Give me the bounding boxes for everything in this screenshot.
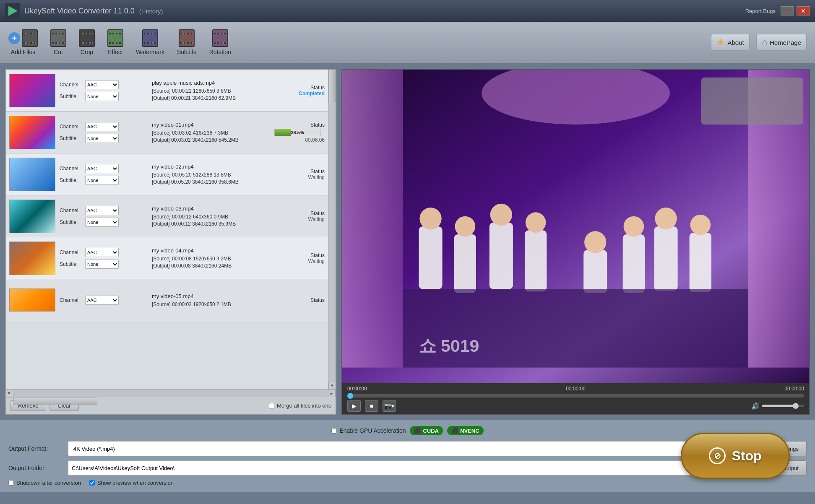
- file-info-4: my video-03.mp4 [Source] 00:00:12 640x36…: [152, 205, 274, 227]
- file-controls-2: Channel: AAC Subtitle: None: [60, 122, 152, 143]
- gpu-checkbox-label[interactable]: Enable GPU Acceleration: [331, 427, 406, 434]
- screenshot-button[interactable]: 📷▾: [383, 400, 396, 412]
- scroll-down-arrow[interactable]: ▼: [328, 382, 336, 389]
- stop-playback-button[interactable]: ■: [365, 400, 378, 412]
- svg-text:쇼 5019: 쇼 5019: [419, 336, 479, 356]
- channel-select-5[interactable]: AAC: [85, 248, 119, 257]
- close-button[interactable]: ✕: [797, 6, 810, 16]
- video-placeholder: 쇼 5019: [342, 70, 809, 383]
- file-list-inner: Channel: AAC Subtitle: None play apple m…: [6, 70, 336, 389]
- show-preview-checkbox[interactable]: [89, 480, 95, 486]
- homepage-button[interactable]: ⌂ HomePage: [756, 34, 807, 51]
- thumbnail-1: [9, 74, 55, 107]
- list-item[interactable]: Channel: AAC Subtitle: None play apple m…: [6, 70, 328, 112]
- channel-select-4[interactable]: AAC: [85, 206, 119, 215]
- channel-select-1[interactable]: AAC: [85, 80, 119, 89]
- time-current: 00:00:00: [347, 386, 367, 392]
- list-item[interactable]: Channel: AAC Subtitle: None my video-03.…: [6, 195, 328, 237]
- channel-select-2[interactable]: AAC: [85, 122, 119, 131]
- scroll-right-arrow[interactable]: ►: [328, 390, 336, 397]
- horiz-thumb[interactable]: [13, 397, 97, 405]
- time-display: 00:00:00 00:00:00 00:00:00: [347, 386, 804, 392]
- file-output-4: [Output] 00:00:12 3840x2160 35.9MB: [152, 221, 274, 227]
- nvenc-badge: ⬛ NVENC: [447, 426, 484, 435]
- watermark-icon-wrapper: [142, 29, 158, 47]
- cut-label: Cut: [54, 49, 63, 55]
- stop-label: Stop: [732, 448, 761, 464]
- output-folder-label: Output Folder:: [8, 465, 63, 471]
- about-button[interactable]: ★ About: [711, 34, 749, 51]
- vertical-scrollbar[interactable]: ▲ ▼: [328, 70, 336, 389]
- svg-point-7: [419, 208, 441, 229]
- file-source-1: [Source] 00:00:21 1280x650 9.8MB: [152, 88, 274, 94]
- file-source-2: [Source] 00:03:02 416x236 7.3MB: [152, 130, 274, 136]
- toolbar-cut[interactable]: Cut: [50, 29, 66, 55]
- file-list-panel: Channel: AAC Subtitle: None play apple m…: [5, 69, 336, 415]
- minimize-button[interactable]: ─: [781, 6, 794, 16]
- film-icon-rotation: [212, 29, 228, 47]
- stop-button-large[interactable]: ⊘ Stop: [681, 433, 790, 479]
- file-output-3: [Output] 00:05:20 3840x2160 958.6MB: [152, 179, 274, 185]
- subtitle-select-2[interactable]: None: [85, 134, 119, 143]
- seek-bar[interactable]: [347, 394, 804, 397]
- list-item[interactable]: Channel: AAC Subtitle: None my video-04.…: [6, 237, 328, 279]
- progress-bar-2: 36.5%: [274, 129, 325, 136]
- seek-handle[interactable]: [347, 393, 353, 399]
- gpu-checkbox[interactable]: [331, 428, 337, 434]
- show-preview-checkbox-label[interactable]: Show preview when conversion: [89, 480, 174, 486]
- list-item[interactable]: Channel: AAC Subtitle: None my video-01.…: [6, 112, 328, 153]
- toolbar-crop[interactable]: Crop: [79, 29, 95, 55]
- add-files-icon: +: [8, 32, 20, 44]
- shutdown-checkbox-label[interactable]: Shutdown after conversion: [8, 480, 81, 486]
- cuda-label: CUDA: [423, 428, 439, 434]
- output-format-select[interactable]: 4K Video (*.mp4): [68, 441, 748, 456]
- channel-select-6[interactable]: AAC: [85, 296, 119, 305]
- toolbar-watermark[interactable]: Watermark: [136, 29, 164, 55]
- volume-slider[interactable]: [762, 405, 804, 407]
- svg-rect-20: [690, 233, 711, 292]
- toolbar-subtitle[interactable]: Subtitle: [177, 29, 197, 55]
- list-item[interactable]: Channel: AAC Subtitle: None my video-02.…: [6, 153, 328, 195]
- volume-handle[interactable]: [793, 403, 799, 409]
- file-controls-6: Channel: AAC: [60, 296, 152, 305]
- svg-rect-8: [454, 234, 476, 293]
- subtitle-select-3[interactable]: None: [85, 176, 119, 185]
- file-info-6: my video-05.mp4 [Source] 00:00:02 1920x6…: [152, 293, 274, 307]
- cuda-badge: ⬛ CUDA: [410, 426, 443, 435]
- merge-label: Merge all files into one: [277, 403, 331, 409]
- shutdown-checkbox[interactable]: [8, 480, 14, 486]
- subtitle-select-4[interactable]: None: [85, 218, 119, 227]
- app-logo: [5, 3, 20, 18]
- channel-select-3[interactable]: AAC: [85, 164, 119, 173]
- file-name-4: my video-03.mp4: [152, 205, 274, 212]
- subtitle-select-1[interactable]: None: [85, 92, 119, 101]
- play-button[interactable]: ▶: [347, 400, 361, 412]
- output-folder-input[interactable]: [68, 460, 711, 475]
- toolbar-effect[interactable]: Effect: [107, 29, 123, 55]
- video-area: 쇼 5019: [342, 70, 809, 383]
- film-icon-effect: [107, 29, 123, 47]
- main-content: Channel: AAC Subtitle: None play apple m…: [0, 64, 815, 420]
- status-value-3: Waiting: [274, 174, 325, 180]
- file-output-5: [Output] 00:00:08 3840x2160 24MB: [152, 263, 274, 269]
- shutdown-label: Shutdown after conversion: [16, 480, 81, 486]
- merge-checkbox-group: Merge all files into one: [269, 403, 331, 409]
- file-info-5: my video-04.mp4 [Source] 00:00:08 1920x6…: [152, 247, 274, 269]
- scroll-left-arrow[interactable]: ◄: [6, 390, 13, 397]
- gpu-label: Enable GPU Acceleration: [339, 427, 406, 434]
- report-bugs-link[interactable]: Report Bugs: [745, 8, 776, 14]
- list-item[interactable]: Channel: AAC my video-05.mp4 [Source] 00…: [6, 279, 328, 321]
- status-label-5: Status: [274, 252, 325, 258]
- volume-icon: 🔊: [751, 402, 760, 410]
- rotation-label: Rotation: [209, 49, 231, 55]
- subtitle-select-5[interactable]: None: [85, 260, 119, 269]
- subtitle-row-4: Subtitle: None: [60, 218, 152, 227]
- horizontal-scrollbar[interactable]: ◄ ►: [6, 389, 336, 397]
- scrollbar-thumb[interactable]: [328, 70, 336, 103]
- file-status-5: Status Waiting: [274, 252, 325, 264]
- toolbar-add-files[interactable]: + Add Files: [8, 29, 38, 55]
- file-name-1: play apple music ads.mp4: [152, 80, 274, 86]
- svg-rect-3: [342, 70, 403, 368]
- merge-checkbox[interactable]: [269, 403, 274, 408]
- toolbar-rotation[interactable]: Rotation: [209, 29, 231, 55]
